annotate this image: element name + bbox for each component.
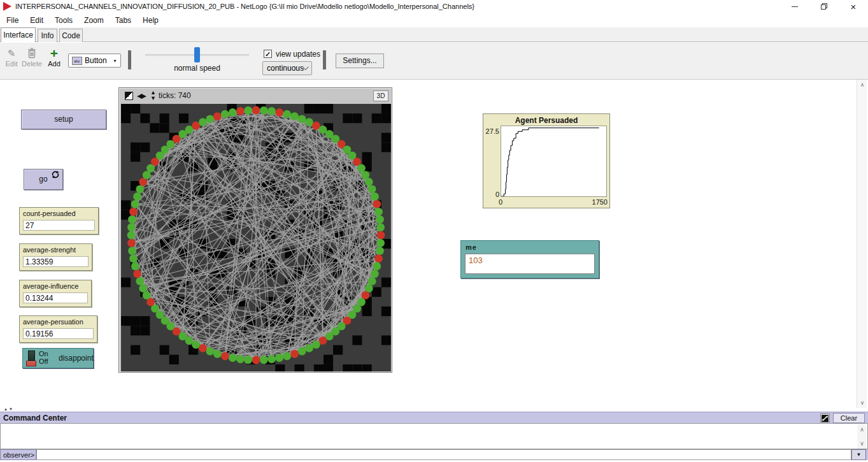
check-icon: ✓	[265, 50, 271, 58]
update-mode-dropdown[interactable]: continuous	[262, 61, 312, 75]
setup-button[interactable]: setup	[21, 110, 106, 129]
add-tool-label: Add	[46, 60, 62, 68]
command-history-button[interactable]: ▼	[851, 449, 866, 460]
window-title: INTERPERSONAL_CHANNELS_INNOVATION_DIFFUS…	[15, 0, 474, 13]
tab-info[interactable]: Info	[38, 29, 57, 42]
edit-tool-button[interactable]: ✎ Edit	[3, 48, 20, 68]
delete-tool-button[interactable]: Delete	[20, 48, 43, 68]
add-tool-button[interactable]: + Add	[46, 48, 62, 68]
tab-strip: Interface Info Code	[0, 27, 868, 42]
y-axis-max-label: 27.5	[484, 127, 499, 135]
netlogo-window: INTERPERSONAL_CHANNELS_INNOVATION_DIFFUS…	[0, 0, 868, 462]
scroll-down-icon[interactable]: ∨	[857, 438, 867, 449]
view-size-icon[interactable]	[125, 92, 133, 100]
chevron-down-icon: ▼	[113, 59, 117, 63]
monitor-value: 0.13244	[23, 292, 88, 303]
command-input[interactable]	[36, 449, 851, 460]
expand-command-center-button[interactable]	[820, 414, 830, 422]
scroll-up-icon[interactable]: ∧	[857, 424, 867, 435]
tab-interface[interactable]: Interface	[1, 27, 36, 42]
close-icon: ×	[851, 2, 857, 11]
x-axis-max-label: 1750	[579, 198, 608, 206]
plus-icon: +	[46, 48, 62, 59]
monitor-average-influence: average-influence 0.13244	[19, 280, 92, 307]
minimize-icon	[792, 6, 798, 7]
monitor-label: average-persuation	[20, 316, 97, 326]
3d-button[interactable]: 3D	[373, 90, 388, 101]
command-center-title: Command Center	[3, 412, 67, 424]
command-center-header: Command Center Clear	[0, 412, 868, 423]
button-widget-icon: abc	[72, 57, 82, 65]
restore-icon	[821, 3, 827, 10]
monitor-label: average-influence	[20, 280, 91, 290]
menu-bar: File Edit Tools Zoom Tabs Help	[0, 13, 868, 27]
switch-handle[interactable]	[26, 361, 36, 366]
toolbar-separator	[128, 50, 131, 69]
view-updates-checkbox[interactable]: ✓	[264, 50, 272, 58]
monitor-value: 27	[23, 220, 95, 231]
settings-button[interactable]: Settings...	[336, 54, 384, 68]
tab-code[interactable]: Code	[59, 29, 83, 42]
menu-edit[interactable]: Edit	[24, 14, 49, 27]
input-box-field[interactable]: 103	[465, 254, 595, 274]
workspace-scrollbar[interactable]: ∧ ∨	[857, 80, 867, 408]
world-view: ◀▶ ▲▼ ticks: 740 3D	[118, 87, 392, 373]
network-graphic	[121, 104, 391, 372]
view-header: ◀▶ ▲▼ ticks: 740 3D	[119, 88, 392, 104]
title-bar: INTERPERSONAL_CHANNELS_INNOVATION_DIFFUS…	[0, 0, 868, 13]
clear-button[interactable]: Clear	[833, 413, 865, 423]
scroll-down-icon[interactable]: ∨	[857, 398, 867, 408]
toolbar-separator	[323, 50, 326, 69]
restore-button[interactable]	[809, 0, 839, 13]
plot-area	[501, 126, 607, 197]
monitor-average-persuation: average-persuation 0.19156	[19, 315, 97, 343]
command-output[interactable]: ∧ ∨	[0, 423, 868, 449]
switch-name: disappoint	[59, 354, 94, 363]
menu-file[interactable]: File	[1, 14, 24, 27]
netlogo-logo-icon	[3, 2, 11, 11]
splitter-grip-icon[interactable]: ▲▼	[4, 407, 14, 411]
horizontal-arrows-icon[interactable]: ◀▶	[137, 92, 145, 100]
vertical-arrows-icon[interactable]: ▲▼	[150, 90, 156, 101]
command-line-row: observer> ▼	[0, 449, 868, 460]
monitor-label: average-strenght	[20, 244, 92, 254]
menu-tabs[interactable]: Tabs	[110, 14, 137, 27]
output-scrollbar[interactable]: ∧ ∨	[857, 424, 867, 449]
plot-title: Agent Persuaded	[483, 116, 609, 125]
close-button[interactable]: ×	[839, 0, 868, 13]
widget-type-dropdown[interactable]: abc Button ▼	[68, 54, 121, 68]
go-button-label: go	[39, 175, 47, 184]
input-box-label: me	[466, 243, 477, 251]
widget-type-value: Button	[85, 56, 113, 65]
menu-help[interactable]: Help	[137, 14, 164, 27]
go-button[interactable]: go	[24, 169, 63, 190]
edit-tool-label: Edit	[3, 60, 20, 68]
view-updates-label: view updates	[276, 50, 320, 59]
monitor-value: 1.33359	[23, 256, 89, 267]
speed-label: normal speed	[145, 64, 249, 73]
disappoint-switch[interactable]: On Off disappoint	[22, 348, 94, 368]
toolbar: ✎ Edit Delete + Add abc Button ▼ normal …	[0, 43, 868, 80]
monitor-label: count-persuaded	[20, 208, 98, 217]
menu-zoom[interactable]: Zoom	[78, 14, 110, 27]
window-controls: ×	[780, 0, 868, 13]
speed-slider-handle[interactable]	[194, 47, 200, 62]
switch-off-label: Off	[39, 357, 48, 365]
scroll-up-icon[interactable]: ∧	[857, 80, 867, 90]
monitor-count-persuaded: count-persuaded 27	[19, 207, 99, 235]
agent-persuaded-plot: Agent Persuaded 27.5 0 0 1750	[483, 113, 610, 208]
world-area[interactable]	[121, 104, 391, 372]
pencil-icon: ✎	[3, 48, 20, 59]
me-input-box: me 103	[460, 240, 599, 278]
expand-icon	[822, 415, 829, 422]
y-axis-min-label: 0	[484, 191, 499, 198]
monitor-value: 0.19156	[23, 328, 94, 339]
observer-prompt: observer>	[0, 449, 36, 460]
x-axis-min-label: 0	[499, 198, 502, 206]
menu-tools[interactable]: Tools	[49, 14, 78, 27]
delete-tool-label: Delete	[20, 60, 43, 68]
monitor-average-strenght: average-strenght 1.33359	[19, 243, 92, 271]
minimize-button[interactable]	[780, 0, 809, 13]
ticks-counter: ticks: 740	[159, 91, 191, 100]
forever-loop-icon	[52, 166, 59, 186]
